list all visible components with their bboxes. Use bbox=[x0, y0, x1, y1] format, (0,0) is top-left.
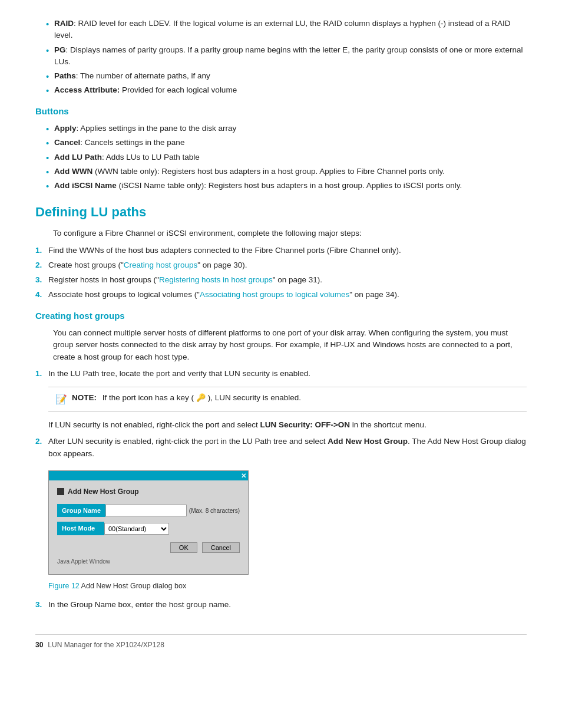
bullet-access: Access Attribute: Provided for each logi… bbox=[46, 84, 527, 96]
bullet-label-pg: PG bbox=[54, 45, 66, 54]
btn-cancel-text: : Cancels settings in the pane bbox=[80, 138, 184, 147]
figure-caption-text: Add New Host Group dialog box bbox=[80, 582, 186, 590]
bullet-text-access: Provided for each logical volume bbox=[120, 85, 237, 94]
dialog-cancel-button[interactable]: Cancel bbox=[202, 542, 240, 553]
dialog-java-text: Java Applet Window bbox=[57, 555, 240, 567]
defining-step-2-before: Create host groups (" bbox=[48, 261, 124, 269]
note-text-after: ), LUN security is enabled. bbox=[208, 393, 301, 402]
dialog-group-name-label: Group Name bbox=[57, 504, 105, 518]
key-icon: 🔑 bbox=[196, 393, 206, 402]
top-bullet-list: RAID: RAID level for each LDEV. If the l… bbox=[35, 18, 527, 97]
defining-step-1: Find the WWNs of the host bus adapters c… bbox=[35, 245, 527, 256]
btn-apply-text: : Applies settings in the pane to the di… bbox=[77, 124, 237, 133]
bullet-label-paths: Paths bbox=[54, 71, 76, 80]
btn-add-lu-path-text: : Adds LUs to LU Path table bbox=[102, 153, 200, 162]
footer-page-number: 30 bbox=[35, 640, 43, 650]
btn-cancel-label: Cancel bbox=[54, 138, 80, 147]
dialog-host-mode-row: Host Mode 00(Standard) bbox=[57, 522, 240, 535]
defining-step-1-text: Find the WWNs of the host bus adapters c… bbox=[48, 246, 401, 255]
creating-step-1: In the LU Path tree, locate the port and… bbox=[35, 368, 527, 431]
btn-add-lu-path: Add LU Path: Adds LUs to LU Path table bbox=[46, 151, 527, 163]
btn-apply: Apply: Applies settings in the pane to t… bbox=[46, 123, 527, 134]
bullet-text-paths: : The number of alternate paths, if any bbox=[76, 71, 210, 80]
btn-add-wwn-text: (WWN table only): Registers host bus ada… bbox=[92, 167, 445, 176]
buttons-heading: Buttons bbox=[35, 105, 527, 118]
figure-caption: Figure 12 Add New Host Group dialog box bbox=[48, 581, 527, 592]
bullet-pg: PG: Displays names of parity groups. If … bbox=[46, 44, 527, 68]
dialog-group-name-row: Group Name (Max. 8 characters) bbox=[57, 504, 240, 518]
add-new-host-group-dialog: ✕ Add New Host Group Group Name (Max. 8 … bbox=[48, 470, 249, 575]
defining-lu-paths-intro: To configure a Fibre Channel or iSCSI en… bbox=[35, 228, 527, 239]
dialog-inner: Add New Host Group Group Name (Max. 8 ch… bbox=[49, 480, 248, 574]
bullet-label-access: Access Attribute: bbox=[54, 85, 120, 94]
dialog-buttons: OK Cancel bbox=[57, 542, 240, 553]
dialog-titlebar: ✕ bbox=[49, 471, 248, 480]
defining-step-4-after: " on page 34). bbox=[349, 290, 399, 299]
dialog-title-text: Add New Host Group bbox=[68, 486, 139, 497]
add-new-host-group-bold: Add New Host Group bbox=[328, 437, 408, 446]
btn-add-wwn: Add WWN (WWN table only): Registers host… bbox=[46, 166, 527, 177]
creating-host-groups-para1: You can connect multiple server hosts of… bbox=[35, 327, 527, 363]
creating-step-3-text: In the Group Name box, enter the host gr… bbox=[48, 600, 231, 609]
bullet-label-raid: RAID bbox=[54, 19, 74, 28]
creating-step-1-text: In the LU Path tree, locate the port and… bbox=[48, 369, 310, 378]
note-icon: 📝 bbox=[55, 393, 67, 407]
btn-cancel: Cancel: Cancels settings in the pane bbox=[46, 137, 527, 149]
dialog-host-mode-select[interactable]: 00(Standard) bbox=[104, 523, 169, 535]
dialog-title-row: Add New Host Group bbox=[57, 486, 240, 497]
creating-host-groups-heading: Creating host groups bbox=[35, 309, 527, 323]
bullet-text-raid: : RAID level for each LDEV. If the logic… bbox=[54, 19, 511, 39]
registering-hosts-link[interactable]: Registering hosts in host groups bbox=[159, 275, 273, 284]
lun-security-after: in the shortcut menu. bbox=[350, 420, 427, 429]
footer-product: LUN Manager for the XP1024/XP128 bbox=[48, 640, 164, 650]
defining-step-4-before: Associate host groups to logical volumes… bbox=[48, 290, 200, 299]
defining-step-2-after: " on page 30). bbox=[197, 261, 247, 269]
creating-step-2: After LUN security is enabled, right-cli… bbox=[35, 436, 527, 591]
defining-step-3-after: " on page 31). bbox=[273, 275, 322, 284]
lun-security-note: If LUN security is not enabled, right-cl… bbox=[48, 419, 527, 431]
dialog-group-name-input[interactable] bbox=[105, 505, 187, 516]
footer: 30 LUN Manager for the XP1024/XP128 bbox=[35, 634, 527, 650]
dialog-group-name-hint: (Max. 8 characters) bbox=[189, 506, 240, 515]
lun-security-bold: LUN Security: OFF->ON bbox=[260, 420, 350, 429]
dialog-host-mode-select-wrap: 00(Standard) bbox=[104, 523, 169, 535]
defining-step-2: Create host groups ("Creating host group… bbox=[35, 259, 527, 271]
creating-step-2-before: After LUN security is enabled, right-cli… bbox=[48, 437, 328, 446]
bullet-paths: Paths: The number of alternate paths, if… bbox=[46, 70, 527, 82]
defining-steps-list: Find the WWNs of the host bus adapters c… bbox=[35, 245, 527, 301]
btn-add-iscsi-label: Add iSCSI Name bbox=[54, 181, 117, 190]
creating-host-groups-link[interactable]: Creating host groups bbox=[124, 261, 197, 269]
note-box: 📝 NOTE: If the port icon has a key ( 🔑 )… bbox=[48, 387, 527, 412]
creating-step-3: In the Group Name box, enter the host gr… bbox=[35, 599, 527, 611]
lun-security-before: If LUN security is not enabled, right-cl… bbox=[48, 420, 260, 429]
btn-add-lu-path-label: Add LU Path bbox=[54, 153, 102, 162]
btn-apply-label: Apply bbox=[54, 124, 77, 133]
dialog-ok-button[interactable]: OK bbox=[170, 542, 197, 553]
figure-label: Figure 12 bbox=[48, 582, 80, 590]
associating-host-groups-link[interactable]: Associating host groups to logical volum… bbox=[200, 290, 349, 299]
dialog-host-mode-label: Host Mode bbox=[57, 522, 104, 535]
defining-step-3-before: Register hosts in host groups (" bbox=[48, 275, 159, 284]
defining-step-3: Register hosts in host groups ("Register… bbox=[35, 274, 527, 286]
dialog-title-icon bbox=[57, 488, 64, 495]
defining-step-4: Associate host groups to logical volumes… bbox=[35, 289, 527, 301]
bullet-text-pg: : Displays names of parity groups. If a … bbox=[54, 45, 523, 66]
note-content: NOTE: If the port icon has a key ( 🔑 ), … bbox=[72, 392, 301, 404]
btn-add-iscsi: Add iSCSI Name (iSCSI Name table only): … bbox=[46, 180, 527, 192]
btn-add-wwn-label: Add WWN bbox=[54, 167, 92, 176]
buttons-list: Apply: Applies settings in the pane to t… bbox=[35, 123, 527, 192]
btn-add-iscsi-text: (iSCSI Name table only): Registers host … bbox=[117, 181, 462, 190]
note-text-before: If the port icon has a key ( bbox=[103, 393, 194, 402]
dialog-close-button[interactable]: ✕ bbox=[241, 471, 246, 481]
dialog-wrapper: ✕ Add New Host Group Group Name (Max. 8 … bbox=[48, 470, 527, 575]
note-label: NOTE: bbox=[72, 393, 97, 402]
creating-steps-list: In the LU Path tree, locate the port and… bbox=[35, 368, 527, 611]
defining-lu-paths-heading: Defining LU paths bbox=[35, 202, 527, 222]
bullet-raid: RAID: RAID level for each LDEV. If the l… bbox=[46, 18, 527, 42]
